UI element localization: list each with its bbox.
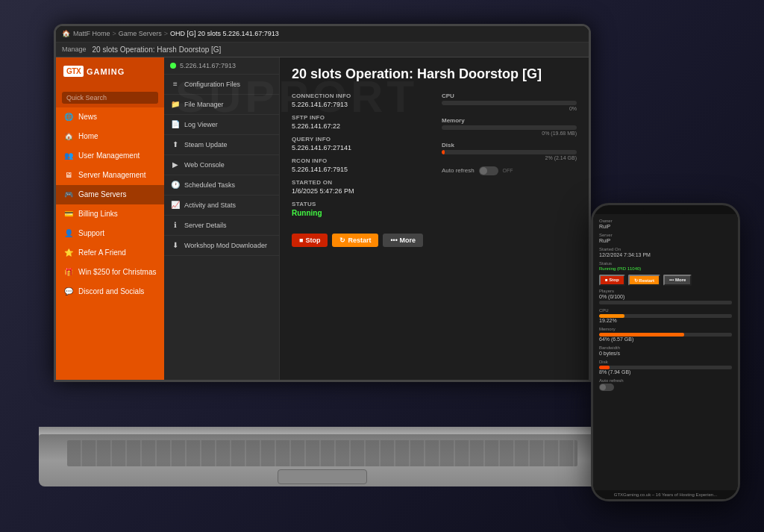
billing-links-icon: 💳 <box>63 209 74 219</box>
phone-auto-refresh-label: Auto refresh <box>599 378 732 383</box>
phone-bandwidth-value: 0 bytes/s <box>599 351 732 356</box>
phone-started-label: Started On <box>599 247 732 251</box>
win-250-icon: 🎁 <box>63 267 74 278</box>
sidebar-item-refer-a-friend[interactable]: ⭐ Refer A Friend <box>56 243 164 263</box>
log-viewer-icon: 📄 <box>170 119 181 130</box>
phone-memory-label: Memory <box>599 327 732 331</box>
laptop-keyboard <box>39 434 606 486</box>
phone-bandwidth-label: Bandwidth <box>599 345 732 350</box>
right-content: SUPPORT 20 slots Operation: Harsh Doorst… <box>280 57 589 380</box>
discord-socials-icon: 💬 <box>63 287 74 297</box>
phone-players-value: 0% (0/100) <box>599 294 732 299</box>
workshop-mod-icon: ⬇ <box>170 240 181 251</box>
sidebar-item-server-management[interactable]: 🖥 Server Management <box>56 166 164 185</box>
sidebar-item-win-250[interactable]: 🎁 Win $250 for Christmas <box>56 263 164 282</box>
support-icon: 👤 <box>63 228 74 239</box>
server-management-icon: 🖥 <box>63 170 74 181</box>
toggle-knob <box>480 167 487 175</box>
home-nav-icon: 🏠 <box>63 131 74 142</box>
file-manager-icon: 📁 <box>170 99 181 110</box>
phone-more-button[interactable]: ••• More <box>663 275 692 286</box>
toggle-state: OFF <box>503 168 513 173</box>
breadcrumb-home[interactable]: MattF Home <box>73 30 110 37</box>
panel-item-scheduled-tasks[interactable]: 🕐 Scheduled Tasks <box>164 175 279 195</box>
sidebar-item-user-management[interactable]: 👥 User Management <box>56 146 164 166</box>
disk-bar-fill <box>442 150 445 154</box>
phone-bandwidth-row: Bandwidth 0 bytes/s <box>599 345 732 356</box>
info-grid: Connection Info 5.226.141.67:7913 SFTP I… <box>292 93 577 223</box>
started-on-label: Started On <box>292 179 427 186</box>
phone-stop-label: Stop <box>609 278 619 282</box>
phone-restart-label: Restart <box>639 278 654 283</box>
phone-footer: GTXGaming.co.uk – 16 Years of Hosting Ex… <box>593 490 738 499</box>
panel-item-file-manager[interactable]: 📁 File Manager <box>164 95 279 115</box>
phone-disk-row: Disk 8% (7.94 GB) <box>599 360 732 375</box>
status-value: Running <box>292 209 427 217</box>
home-icon: 🏠 <box>62 30 70 37</box>
sidebar-label-discord-socials: Discord and Socials <box>78 287 144 295</box>
quick-search-input[interactable] <box>62 92 158 104</box>
phone-more-label: ••• More <box>669 278 686 282</box>
panel-ip-value: 5.226.141.67:7913 <box>180 62 236 69</box>
panel-item-config-files[interactable]: ≡ Configuration Files <box>164 75 279 95</box>
panel-item-web-console[interactable]: ▶ Web Console <box>164 155 279 175</box>
panel-item-workshop-mod[interactable]: ⬇ Workshop Mod Downloader <box>164 236 279 256</box>
sidebar-item-discord-socials[interactable]: 💬 Discord and Socials <box>56 282 164 301</box>
tab-title: 20 slots Operation: Harsh Doorstop [G] <box>93 46 222 54</box>
panel-label-scheduled-tasks: Scheduled Tasks <box>184 181 235 189</box>
rcon-info-value: 5.226.141.67:7915 <box>292 166 427 173</box>
tab-manage[interactable]: Manage <box>62 46 87 53</box>
phone-cpu-label: CPU <box>599 308 732 313</box>
panel-item-log-viewer[interactable]: 📄 Log Viewer <box>164 115 279 135</box>
memory-label: Memory <box>442 117 577 124</box>
news-icon: 🌐 <box>63 112 74 122</box>
panel-item-steam-update[interactable]: ⬆ Steam Update <box>164 135 279 155</box>
connection-info-label: Connection Info <box>292 93 427 99</box>
phone-toggle-knob <box>600 384 606 390</box>
connection-info-value: 5.226.141.67:7913 <box>292 101 427 108</box>
auto-refresh-toggle[interactable] <box>479 166 498 175</box>
laptop-screen: 🏠 MattF Home > Game Servers > OHD [G] 20… <box>54 24 591 382</box>
stop-label: Stop <box>305 237 320 244</box>
breadcrumb-current: OHD [G] 20 slots 5.226.141.67:7913 <box>170 30 279 37</box>
phone-restart-button[interactable]: ↻ Restart <box>628 275 660 286</box>
stop-button[interactable]: ■ Stop <box>292 234 328 247</box>
breadcrumb-sep1: > <box>113 30 116 37</box>
breadcrumb-game-servers[interactable]: Game Servers <box>119 30 162 37</box>
action-buttons: ■ Stop ↻ Restart ••• More <box>292 234 577 247</box>
phone-btn-row: ■ Stop ↻ Restart ••• More <box>599 275 732 286</box>
phone-started-row: Started On 12/2/2024 7:34:13 PM <box>599 247 732 257</box>
phone-started-value: 12/2/2024 7:34:13 PM <box>599 252 732 257</box>
panel-item-server-details[interactable]: ℹ Server Details <box>164 216 279 236</box>
sidebar-item-billing-links[interactable]: 💳 Billing Links <box>56 204 164 224</box>
center-panel: 5.226.141.67:7913 ≡ Configuration Files … <box>164 57 280 380</box>
main-content: GTX gaming 🌐 News 🏠 <box>56 57 589 380</box>
query-info-label: Query Info <box>292 136 427 143</box>
phone-disk-value: 8% (7.94 GB) <box>599 369 732 375</box>
phone-cpu-row: CPU 19.22% <box>599 308 732 323</box>
resources-col: CPU 0% Memory <box>442 93 577 223</box>
auto-refresh-label: Auto refresh <box>442 167 475 174</box>
sidebar-item-home[interactable]: 🏠 Home <box>56 127 164 146</box>
sidebar-item-support[interactable]: 👤 Support <box>56 224 164 243</box>
memory-value: 0% (19.68 MB) <box>442 131 577 136</box>
panel-label-file-manager: File Manager <box>184 101 224 108</box>
panel-item-activity-stats[interactable]: 📈 Activity and Stats <box>164 195 279 216</box>
restart-button[interactable]: ↻ Restart <box>332 234 378 247</box>
more-button[interactable]: ••• More <box>383 234 422 247</box>
auto-refresh-section: Auto refresh OFF <box>442 166 577 175</box>
rcon-info-section: RCON Info 5.226.141.67:7915 <box>292 157 427 173</box>
phone-auto-refresh-toggle[interactable] <box>599 384 614 391</box>
stop-icon: ■ <box>299 237 303 244</box>
server-title: 20 slots Operation: Harsh Doorstop [G] <box>292 66 577 82</box>
phone-owner-row: Owner RuiP <box>599 219 732 229</box>
phone-auto-refresh-row: Auto refresh <box>599 378 732 391</box>
sidebar-label-refer-a-friend: Refer A Friend <box>78 248 126 257</box>
phone-stop-button[interactable]: ■ Stop <box>599 275 625 286</box>
scheduled-tasks-icon: 🕐 <box>170 180 181 190</box>
sidebar-logo: GTX gaming <box>56 57 164 86</box>
sidebar-item-news[interactable]: 🌐 News <box>56 107 164 127</box>
sidebar-item-game-servers[interactable]: 🎮 Game Servers <box>56 185 164 204</box>
phone-screen: Owner RuiP Server RuiP Started On 12/2/2… <box>593 214 738 499</box>
phone-players-bar-bg <box>599 301 732 304</box>
